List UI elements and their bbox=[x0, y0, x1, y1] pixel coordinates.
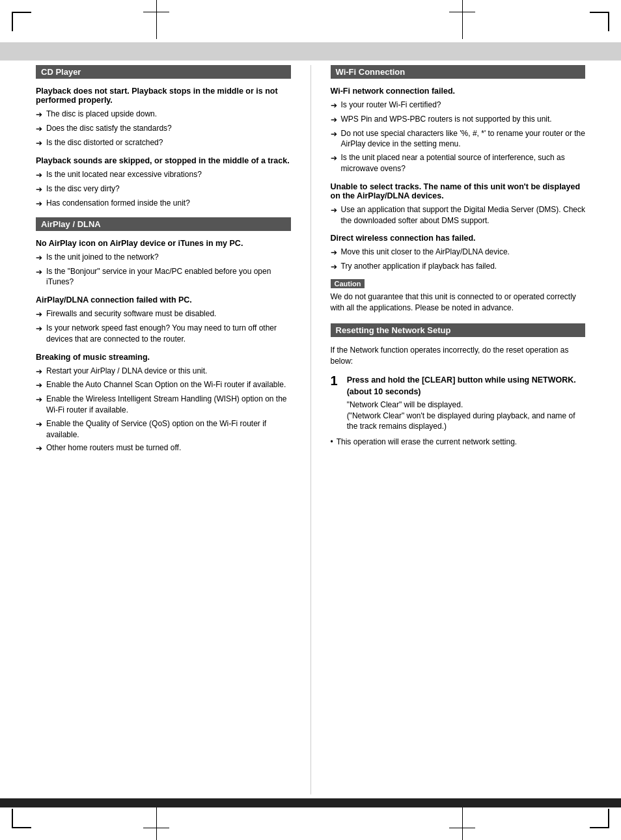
arrow-icon: ➔ bbox=[36, 419, 42, 430]
arrow-icon: ➔ bbox=[36, 267, 42, 278]
caution-label: Caution bbox=[331, 279, 365, 288]
column-divider bbox=[310, 65, 311, 794]
reg-mark-top-left bbox=[156, 0, 157, 39]
cd-player-header: CD Player bbox=[36, 65, 291, 79]
note-text: This operation will erase the current ne… bbox=[337, 437, 517, 446]
bullet-text: Is the unit located near excessive vibra… bbox=[46, 169, 291, 180]
breaking-music-title: Breaking of music streaming. bbox=[36, 353, 291, 362]
arrow-icon: ➔ bbox=[36, 380, 42, 391]
left-column: CD Player Playback does not start. Playb… bbox=[36, 65, 291, 794]
arrow-icon: ➔ bbox=[331, 153, 337, 164]
wifi-connection-header: Wi-Fi Connection bbox=[331, 65, 586, 79]
arrow-icon: ➔ bbox=[36, 124, 42, 135]
bullet-text: Try another application if playback has … bbox=[341, 261, 586, 272]
list-item: ➔ Does the disc satisfy the standards? bbox=[36, 123, 291, 135]
list-item: ➔ Is your router Wi-Fi certified? bbox=[331, 100, 586, 111]
cd-player-section: CD Player Playback does not start. Playb… bbox=[36, 65, 291, 210]
airplay-dlna-section: AirPlay / DLNA No AirPlay icon on AirPla… bbox=[36, 217, 291, 454]
list-item: ➔ Is the disc distorted or scratched? bbox=[36, 137, 291, 149]
list-item: ➔ Enable the Wireless Intelligent Stream… bbox=[36, 394, 291, 416]
reset-intro: If the Network function operates incorre… bbox=[331, 345, 586, 368]
resetting-section: Resetting the Network Setup If the Netwo… bbox=[331, 323, 586, 446]
bullet-text: Enable the Wireless Intelligent Stream H… bbox=[46, 394, 291, 416]
arrow-icon: ➔ bbox=[331, 115, 337, 126]
bullet-text: Is the unit placed near a potential sour… bbox=[341, 152, 586, 174]
arrow-icon: ➔ bbox=[36, 366, 42, 377]
bullet-text: Does the disc satisfy the standards? bbox=[46, 123, 291, 134]
step-number: 1 bbox=[331, 374, 338, 387]
corner-mark-bl bbox=[12, 809, 31, 828]
top-bar bbox=[0, 42, 621, 61]
note-bullet: • bbox=[331, 437, 333, 446]
bullet-text: Is your router Wi-Fi certified? bbox=[341, 100, 586, 111]
note-item: • This operation will erase the current … bbox=[331, 437, 586, 446]
bottom-bar: 43 bbox=[0, 798, 621, 807]
wifi-failed-title: Wi-Fi network connection failed. bbox=[331, 87, 586, 96]
list-item: ➔ Move this unit closer to the AirPlay/D… bbox=[331, 247, 586, 258]
bullet-text: Move this unit closer to the AirPlay/DLN… bbox=[341, 247, 586, 258]
list-item: ➔ Is the unit placed near a potential so… bbox=[331, 152, 586, 174]
list-item: ➔ Is the "Bonjour" service in your Mac/P… bbox=[36, 266, 291, 288]
bullet-text: Use an application that support the Digi… bbox=[341, 204, 586, 226]
arrow-icon: ➔ bbox=[36, 109, 42, 120]
list-item: ➔ WPS Pin and WPS-PBC routers is not sup… bbox=[331, 114, 586, 126]
arrow-icon: ➔ bbox=[331, 247, 337, 258]
bullet-text: Restart your AirPlay / DLNA device or th… bbox=[46, 366, 291, 377]
list-item: ➔ Is your network speed fast enough? You… bbox=[36, 323, 291, 345]
bullet-text: Enable the Auto Channel Scan Option on t… bbox=[46, 379, 291, 390]
caution-text: We do not guarantee that this unit is co… bbox=[331, 291, 586, 314]
no-airplay-icon-title: No AirPlay icon on AirPlay device or iTu… bbox=[36, 239, 291, 248]
arrow-icon: ➔ bbox=[36, 170, 42, 181]
corner-mark-br bbox=[590, 809, 609, 828]
content-area: CD Player Playback does not start. Playb… bbox=[36, 65, 585, 794]
bullet-text: Is the "Bonjour" service in your Mac/PC … bbox=[46, 266, 291, 288]
list-item: ➔ Has condensation formed inside the uni… bbox=[36, 198, 291, 210]
corner-mark-tr bbox=[590, 12, 609, 31]
list-item: ➔ Use an application that support the Di… bbox=[331, 204, 586, 226]
corner-mark-tl bbox=[12, 12, 31, 31]
resetting-header: Resetting the Network Setup bbox=[331, 323, 586, 337]
list-item: ➔ Enable the Quality of Service (QoS) op… bbox=[36, 418, 291, 440]
wifi-connection-section: Wi-Fi Connection Wi-Fi network connectio… bbox=[331, 65, 586, 314]
page: 43 CD Player Playback does not start. Pl… bbox=[0, 0, 621, 840]
step-1: 1 Press and hold the [CLEAR] button whil… bbox=[331, 374, 586, 433]
arrow-icon: ➔ bbox=[36, 394, 42, 405]
bullet-text: Other home routers must be turned off. bbox=[46, 442, 291, 454]
bullet-text: Is your network speed fast enough? You m… bbox=[46, 323, 291, 345]
arrow-icon: ➔ bbox=[331, 262, 337, 273]
list-item: ➔ The disc is placed upside down. bbox=[36, 109, 291, 120]
bullet-text: The disc is placed upside down. bbox=[46, 109, 291, 120]
arrow-icon: ➔ bbox=[36, 323, 42, 334]
arrow-icon: ➔ bbox=[36, 198, 42, 210]
arrow-icon: ➔ bbox=[331, 205, 337, 216]
bullet-text: Is the disc very dirty? bbox=[46, 183, 291, 195]
list-item: ➔ Enable the Auto Channel Scan Option on… bbox=[36, 379, 291, 391]
reg-mark-top-right bbox=[462, 0, 463, 39]
arrow-icon: ➔ bbox=[331, 100, 337, 111]
unable-select-title: Unable to select tracks. The name of thi… bbox=[331, 182, 586, 200]
arrow-icon: ➔ bbox=[331, 129, 337, 140]
bullet-text: Is the disc distorted or scratched? bbox=[46, 137, 291, 148]
playback-start-title: Playback does not start. Playback stops … bbox=[36, 87, 291, 105]
list-item: ➔ Try another application if playback ha… bbox=[331, 261, 586, 273]
list-item: ➔ Restart your AirPlay / DLNA device or … bbox=[36, 366, 291, 377]
direct-wireless-title: Direct wireless connection has failed. bbox=[331, 234, 586, 243]
airplay-dlna-header: AirPlay / DLNA bbox=[36, 217, 291, 231]
step-detail: "Network Clear" will be displayed. ("Net… bbox=[347, 400, 585, 432]
bullet-text: Has condensation formed inside the unit? bbox=[46, 198, 291, 209]
arrow-icon: ➔ bbox=[36, 309, 42, 320]
bullet-text: Do not use special characters like '%, #… bbox=[341, 128, 586, 150]
bullet-text: Is the unit joined to the network? bbox=[46, 252, 291, 263]
step-title: Press and hold the [CLEAR] button while … bbox=[347, 374, 585, 398]
bullet-text: Enable the Quality of Service (QoS) opti… bbox=[46, 418, 291, 440]
list-item: ➔ Other home routers must be turned off. bbox=[36, 442, 291, 454]
list-item: ➔ Is the disc very dirty? bbox=[36, 183, 291, 195]
list-item: ➔ Do not use special characters like '%,… bbox=[331, 128, 586, 150]
list-item: ➔ Firewalls and security software must b… bbox=[36, 308, 291, 320]
list-item: ➔ Is the unit joined to the network? bbox=[36, 252, 291, 264]
bullet-text: WPS Pin and WPS-PBC routers is not suppo… bbox=[341, 114, 586, 125]
step-content: Press and hold the [CLEAR] button while … bbox=[347, 374, 585, 433]
bullet-text: Firewalls and security software must be … bbox=[46, 308, 291, 319]
arrow-icon: ➔ bbox=[36, 443, 42, 454]
arrow-icon: ➔ bbox=[36, 138, 42, 149]
